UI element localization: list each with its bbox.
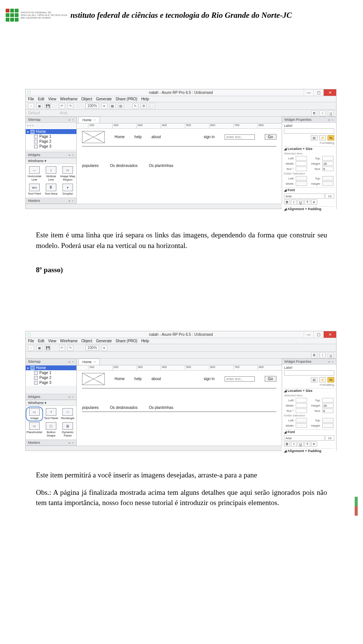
menu-generate[interactable]: Generate	[96, 339, 112, 343]
menu-help[interactable]: Help	[141, 339, 149, 343]
section-link[interactable]: populares	[82, 164, 99, 168]
sitemap-tool[interactable]: ▫	[32, 123, 34, 128]
zoom-dropdown-icon[interactable]: ▾	[101, 345, 107, 351]
rot-input[interactable]	[296, 167, 307, 171]
sitemap-item-home[interactable]: ▸Home	[26, 365, 76, 370]
menu-object[interactable]: Object	[81, 97, 92, 101]
menu-help[interactable]: Help	[141, 97, 149, 101]
undo-icon[interactable]: ↶	[59, 103, 65, 109]
prop-icon[interactable]: ▤	[311, 135, 318, 140]
alignment-header[interactable]: ◢ Alignment + Padding	[284, 206, 334, 211]
canvas[interactable]: Home help about sign in enter text... Go…	[77, 129, 282, 204]
minimize-button[interactable]: —	[304, 331, 313, 338]
sitemap-tool[interactable]: ▫	[30, 123, 31, 128]
close-button[interactable]: ✕	[323, 331, 336, 338]
bold-icon[interactable]: B	[311, 110, 317, 116]
tool-btn[interactable]: ◦	[28, 345, 34, 351]
menu-generate[interactable]: Generate	[96, 97, 112, 101]
section-link[interactable]: Os desbravados	[110, 164, 138, 168]
nav-about[interactable]: about	[152, 377, 161, 381]
tool-btn[interactable]: ▣	[36, 345, 42, 351]
bold-icon[interactable]: B	[284, 441, 290, 447]
sitemap-item[interactable]: Page 1	[26, 370, 76, 375]
sitemap-item-home[interactable]: ▸Home	[26, 129, 76, 134]
widget-text-field[interactable]: abcText Field	[26, 183, 42, 196]
sitemap-item[interactable]: Page 2	[26, 139, 76, 144]
underline-icon[interactable]: U	[328, 110, 334, 116]
tool-btn[interactable]: ▦	[110, 103, 116, 109]
redo-icon[interactable]: ↷	[67, 345, 73, 351]
underline-icon[interactable]: U	[298, 441, 304, 447]
dropdown-icon[interactable]: ▾	[311, 441, 317, 447]
tab-home[interactable]: Home×	[78, 117, 100, 123]
prop-icon[interactable]: ▤	[311, 377, 318, 382]
zoom-dropdown-icon[interactable]: ▾	[101, 103, 107, 109]
wireframe-dropdown[interactable]: Wireframe ▾	[26, 400, 76, 406]
italic-icon[interactable]: I	[320, 352, 326, 358]
go-button[interactable]: Go	[265, 376, 276, 382]
rot-input[interactable]	[296, 409, 307, 413]
label-input[interactable]	[284, 370, 334, 376]
nav-signin[interactable]: sign in	[204, 135, 215, 139]
italic-icon[interactable]: I	[291, 200, 297, 205]
font-size-input[interactable]: 13	[325, 193, 334, 199]
nav-signin[interactable]: sign in	[204, 377, 215, 381]
tab-home[interactable]: Home×	[78, 359, 100, 365]
wireframe-dropdown[interactable]: Wireframe ▾	[26, 158, 76, 164]
height-input[interactable]	[322, 161, 334, 166]
section-link[interactable]: Os plantrinhas	[149, 164, 173, 168]
bold-icon[interactable]: B	[311, 352, 317, 358]
maximize-button[interactable]: ▢	[313, 331, 323, 338]
color-icon[interactable]: T	[304, 441, 310, 447]
menu-edit[interactable]: Edit	[38, 97, 44, 101]
close-button[interactable]: ✕	[323, 89, 336, 96]
font-header[interactable]: ◢ Font	[284, 187, 334, 192]
section-link[interactable]: populares	[82, 405, 99, 410]
bold-icon[interactable]: B	[284, 200, 290, 205]
menu-object[interactable]: Object	[81, 339, 92, 343]
widget-image[interactable]: ▭Image	[26, 407, 42, 421]
widget-text-panel[interactable]: TText Panel	[43, 407, 59, 421]
menu-file[interactable]: File	[28, 339, 34, 343]
menu-share[interactable]: Share (PRO)	[116, 97, 138, 101]
nav-help[interactable]: help	[135, 377, 142, 381]
prop-icon[interactable]: ⚡	[319, 135, 326, 140]
tab-close-icon[interactable]: ×	[94, 360, 96, 364]
color-icon[interactable]: T	[304, 200, 310, 205]
nav-home[interactable]: Home	[115, 377, 125, 381]
left-input[interactable]	[296, 398, 307, 402]
widget-dynamic-panel[interactable]: ▥Dynamic Panel	[60, 421, 76, 438]
sitemap-item[interactable]: Page 3	[26, 380, 76, 385]
tool-btn[interactable]: ✎	[132, 103, 138, 109]
go-button[interactable]: Go	[265, 134, 276, 140]
dropdown-icon[interactable]: ▾	[311, 200, 317, 205]
nav-home[interactable]: Home	[115, 135, 125, 139]
canvas[interactable]: Home help about sign in enter text... Go…	[77, 371, 282, 446]
menu-share[interactable]: Share (PRO)	[116, 339, 138, 343]
underline-icon[interactable]: U	[298, 200, 304, 205]
prop-to-button[interactable]: To	[327, 377, 334, 382]
nav-about[interactable]: about	[152, 135, 161, 139]
locsize-header[interactable]: ◢ Location + Size	[284, 146, 334, 151]
save-icon[interactable]: 💾	[45, 103, 51, 109]
label-input[interactable]	[284, 128, 334, 134]
italic-icon[interactable]: I	[320, 110, 326, 116]
save-icon[interactable]: 💾	[45, 345, 51, 351]
search-input[interactable]: enter text...	[225, 376, 255, 382]
textrot-input[interactable]	[322, 167, 334, 171]
tool-btn[interactable]: ▨	[118, 103, 124, 109]
undo-icon[interactable]: ↶	[59, 345, 65, 351]
sitemap-item[interactable]: Page 2	[26, 375, 76, 380]
menu-wireframe[interactable]: Wireframe	[60, 97, 78, 101]
menu-wireframe[interactable]: Wireframe	[60, 339, 78, 343]
menu-file[interactable]: File	[28, 97, 34, 101]
left-input[interactable]	[296, 156, 307, 161]
tool-btn[interactable]: ▣	[36, 103, 42, 109]
height-input[interactable]	[322, 403, 334, 408]
section-link[interactable]: Os desbravados	[110, 405, 138, 410]
image-placeholder[interactable]	[82, 373, 105, 385]
image-placeholder[interactable]	[82, 131, 105, 143]
alignment-header[interactable]: ◢ Alignment + Padding	[284, 448, 334, 453]
sitemap-tool[interactable]: ▫	[27, 123, 29, 128]
tool-btn[interactable]: ◦	[28, 103, 34, 109]
